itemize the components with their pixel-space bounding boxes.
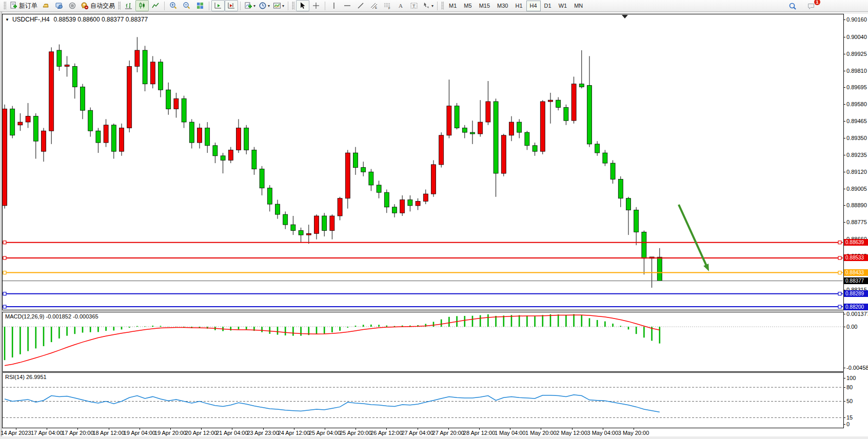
gold-button[interactable] <box>39 0 52 11</box>
template-icon <box>273 2 281 10</box>
templates-caret: ▾ <box>282 4 284 8</box>
periods-caret: ▾ <box>268 4 270 8</box>
crosshair-icon <box>312 2 320 10</box>
vertical-line-icon <box>330 2 338 10</box>
zoom-in-icon <box>169 2 177 10</box>
auto-trading-label: 自动交易 <box>90 2 115 10</box>
search-button[interactable] <box>786 1 799 12</box>
indicators-icon <box>244 2 252 10</box>
zoom-out-button[interactable] <box>180 0 193 11</box>
timeframe-mn[interactable]: MN <box>570 1 586 11</box>
window-menu-icon[interactable]: ▼ <box>5 17 9 22</box>
bar-chart-button[interactable] <box>122 0 135 11</box>
rsi-indicator-label: RSI(14) 26.9951 <box>5 374 47 380</box>
auto-scroll-icon <box>214 2 222 10</box>
equidistant-channel-icon: E <box>370 2 378 10</box>
new-order-button[interactable]: 新订单 <box>8 0 39 11</box>
candlestick-chart-icon <box>138 2 146 10</box>
ohlc-quote-label: 0.88539 0.88600 0.88377 0.88377 <box>54 16 148 23</box>
templates-button[interactable]: ▾ <box>271 0 286 11</box>
timeframe-h1[interactable]: H1 <box>511 1 526 11</box>
chart-shift-icon <box>227 2 235 10</box>
toolbar-grip[interactable] <box>118 2 121 10</box>
terminal-button[interactable] <box>52 0 66 11</box>
arrow-objects-icon <box>422 2 430 10</box>
timeframe-d1[interactable]: D1 <box>541 1 555 11</box>
trendline-button[interactable] <box>354 0 367 11</box>
channel-button[interactable]: E <box>367 0 381 11</box>
zoom-in-button[interactable] <box>167 0 180 11</box>
gold-bar-icon <box>42 2 50 10</box>
clock-icon <box>259 2 267 10</box>
macd-panel[interactable] <box>2 312 844 372</box>
horizontal-line-icon <box>343 2 351 10</box>
new-order-label: 新订单 <box>19 2 37 10</box>
timeframe-w1[interactable]: W1 <box>555 1 571 11</box>
timeframe-m15[interactable]: M15 <box>476 1 494 11</box>
text-button[interactable]: A <box>394 0 407 11</box>
signals-button[interactable] <box>66 0 79 11</box>
timeframe-m1[interactable]: M1 <box>445 1 460 11</box>
search-icon <box>788 2 797 10</box>
horizontal-line-button[interactable] <box>341 0 354 11</box>
timeframe-h4[interactable]: H4 <box>526 1 541 11</box>
tile-windows-icon <box>196 2 204 10</box>
fibonacci-icon: F <box>383 2 391 10</box>
line-chart-button[interactable] <box>149 0 162 11</box>
svg-text:A: A <box>399 3 403 9</box>
text-label-button[interactable]: T <box>407 0 421 11</box>
toolbar-grip[interactable] <box>4 2 6 10</box>
status-strip <box>0 436 868 439</box>
cursor-button[interactable] <box>296 0 309 11</box>
periods-button[interactable]: ▾ <box>257 0 271 11</box>
price-chart-panel[interactable] <box>2 14 844 310</box>
notification-badge: 1 <box>814 0 820 5</box>
chart-title-bar: ▼ USDCHF-,H4 0.88539 0.88600 0.88377 0.8… <box>5 16 148 23</box>
notifications-button[interactable]: 1 <box>804 1 818 12</box>
toolbar-grip[interactable] <box>441 2 444 10</box>
trendline-icon <box>357 2 365 10</box>
auto-trading-icon <box>81 2 89 10</box>
tile-windows-button[interactable] <box>193 0 207 11</box>
time-axis[interactable] <box>2 428 868 437</box>
indicators-caret: ▾ <box>253 4 255 8</box>
zoom-out-icon <box>183 2 191 10</box>
arrows-caret: ▾ <box>431 4 433 8</box>
mt4-terminal: { "toolbar": { "new_order_label": "新订单",… <box>0 0 868 439</box>
svg-text:F: F <box>388 7 390 10</box>
timeframe-m30[interactable]: M30 <box>494 1 511 11</box>
chart-shift-button[interactable] <box>225 0 238 11</box>
symbol-period-label: USDCHF-,H4 <box>12 16 50 23</box>
bar-chart-icon <box>125 2 133 10</box>
vertical-line-button[interactable] <box>327 0 341 11</box>
new-order-icon <box>9 2 17 10</box>
signal-icon <box>68 2 76 10</box>
rsi-panel[interactable] <box>2 372 844 428</box>
text-icon: A <box>397 2 405 10</box>
price-axis[interactable] <box>844 14 868 428</box>
indicators-button[interactable]: ▾ <box>243 0 257 11</box>
macd-indicator-label: MACD(12,26,9) -0.001852 -0.000365 <box>5 313 98 320</box>
main-toolbar: 新订单 自动交易 ▾ ▾ <box>0 0 868 12</box>
svg-text:T: T <box>412 4 416 9</box>
auto-scroll-button[interactable] <box>211 0 225 11</box>
cursor-arrow-icon <box>299 2 307 10</box>
fibonacci-button[interactable]: F <box>381 0 394 11</box>
candlestick-chart-button[interactable] <box>135 0 149 11</box>
crosshair-button[interactable] <box>309 0 323 11</box>
toolbar-grip[interactable] <box>292 2 294 10</box>
terminal-monitor-icon <box>55 2 63 10</box>
text-label-icon: T <box>410 2 418 10</box>
auto-trading-button[interactable]: 自动交易 <box>79 0 116 11</box>
line-chart-icon <box>151 2 160 10</box>
toolbar-right-tools: 1 <box>786 0 818 12</box>
svg-text:E: E <box>375 6 377 9</box>
arrows-button[interactable]: ▾ <box>421 0 435 11</box>
timeframe-m5[interactable]: M5 <box>460 1 475 11</box>
